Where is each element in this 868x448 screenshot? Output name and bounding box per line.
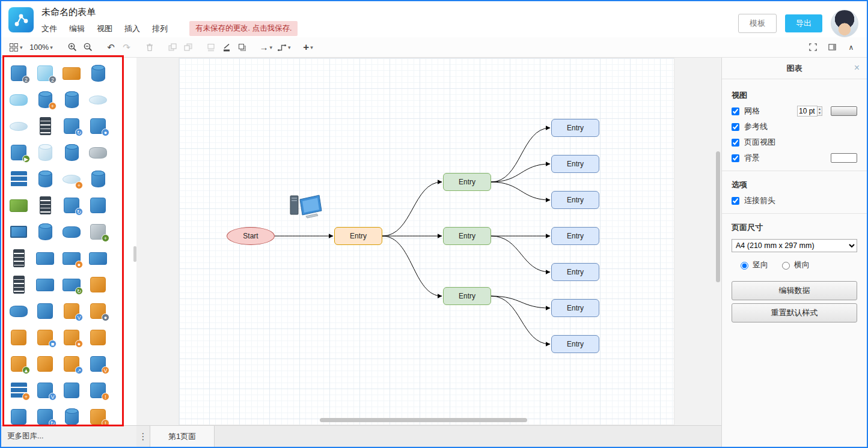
cube-shape-icon[interactable]: ▲: [5, 353, 32, 375]
grid-color-swatch[interactable]: [831, 106, 857, 116]
pages-menu-icon[interactable]: ⋮: [136, 426, 150, 447]
db-shape-icon[interactable]: [32, 168, 58, 190]
server-shape-icon[interactable]: [32, 195, 58, 216]
page-view-checkbox[interactable]: [732, 139, 739, 147]
connection-style-button[interactable]: → ▾: [258, 40, 275, 55]
user-avatar[interactable]: [831, 10, 858, 37]
vertical-scrollbar[interactable]: [716, 151, 720, 282]
cube-shape-icon[interactable]: !: [85, 406, 111, 425]
page-size-select[interactable]: A4 (210 mm x 297 mm): [732, 239, 857, 252]
cube-shape-icon[interactable]: [5, 406, 32, 425]
line-color-button[interactable]: [219, 40, 234, 55]
db-shape-icon[interactable]: [85, 62, 111, 84]
diagram-node-b3[interactable]: Entry: [551, 191, 599, 209]
insert-button[interactable]: + ▾: [301, 40, 316, 55]
portrait-option[interactable]: 竖向: [738, 259, 768, 270]
guides-checkbox[interactable]: [732, 123, 739, 131]
format-panel-toggle-button[interactable]: [825, 40, 839, 55]
fullscreen-button[interactable]: [805, 40, 820, 55]
server-shape-icon[interactable]: [5, 247, 32, 269]
disk-shape-icon[interactable]: [5, 300, 32, 322]
cube-shape-icon[interactable]: +: [85, 221, 111, 243]
horizontal-scrollbar[interactable]: [320, 418, 527, 422]
page-tab[interactable]: 第1页面: [150, 426, 215, 447]
card-shape-icon[interactable]: ●: [58, 247, 85, 269]
db-shape-icon[interactable]: [58, 406, 85, 425]
edge-g3-b7[interactable]: [491, 296, 550, 344]
server-shape-icon[interactable]: [32, 115, 58, 137]
workstation-icon[interactable]: [288, 191, 323, 222]
app-logo-icon[interactable]: [8, 7, 34, 32]
edge-g1-b1[interactable]: [491, 128, 550, 182]
db-shape-icon[interactable]: [58, 142, 85, 163]
diagram-canvas[interactable]: StartEntryEntryEntryEntryEntryEntryEntry…: [136, 58, 721, 425]
unsaved-changes-notice[interactable]: 有未保存的更改. 点击我保存.: [189, 21, 298, 36]
disk-shape-icon[interactable]: [58, 221, 85, 243]
menu-item[interactable]: 插入: [124, 23, 140, 34]
db-shape-icon[interactable]: [32, 142, 58, 163]
disk-shape-icon[interactable]: [5, 89, 32, 110]
export-button[interactable]: 导出: [785, 14, 822, 32]
cube-shape-icon[interactable]: [58, 380, 85, 401]
diagram-node-start[interactable]: Start: [227, 227, 275, 245]
cube-shape-icon[interactable]: [32, 353, 58, 375]
menu-item[interactable]: 编辑: [69, 23, 85, 34]
card-shape-icon[interactable]: [32, 274, 58, 295]
grid-checkbox[interactable]: [732, 107, 739, 115]
redo-button[interactable]: ↷: [120, 40, 134, 55]
card-shape-icon[interactable]: [32, 247, 58, 269]
cyl-shape-icon[interactable]: [5, 115, 32, 137]
card-shape-icon[interactable]: ↻: [58, 274, 85, 295]
cube-shape-icon[interactable]: ▶: [5, 142, 32, 163]
edges-svg[interactable]: [136, 58, 721, 425]
landscape-option[interactable]: 横向: [779, 259, 810, 270]
menu-item[interactable]: 文件: [41, 23, 57, 34]
cube-shape-icon[interactable]: ●: [58, 327, 85, 348]
db-shape-icon[interactable]: [85, 168, 111, 190]
edge-e0-g1[interactable]: [382, 182, 442, 236]
card-shape-icon[interactable]: [5, 195, 32, 216]
cube-shape-icon[interactable]: ↻: [32, 406, 58, 425]
server-shape-icon[interactable]: [5, 274, 32, 295]
edge-e0-g3[interactable]: [382, 236, 442, 296]
edge-g2-b5[interactable]: [491, 236, 550, 272]
cube-shape-icon[interactable]: 2: [32, 62, 58, 84]
cube-shape-icon[interactable]: [5, 327, 32, 348]
diagram-node-g2[interactable]: Entry: [443, 227, 491, 245]
template-button[interactable]: 模板: [738, 14, 777, 33]
zoom-select[interactable]: 100% ▾: [26, 40, 57, 55]
to-back-button[interactable]: [181, 40, 195, 55]
cube-shape-icon[interactable]: ●: [85, 115, 111, 137]
stepper-down-icon[interactable]: ▾: [818, 111, 822, 115]
stack-shape-icon[interactable]: +: [5, 380, 32, 401]
shadow-button[interactable]: [235, 40, 249, 55]
cube-shape-icon[interactable]: [85, 274, 111, 295]
background-color-swatch[interactable]: [831, 153, 857, 163]
diagram-node-g3[interactable]: Entry: [443, 287, 491, 305]
cube-shape-icon[interactable]: ■: [32, 327, 58, 348]
diagram-node-b1[interactable]: Entry: [551, 119, 599, 137]
delete-button[interactable]: [142, 40, 157, 55]
monitor-shape-icon[interactable]: [5, 221, 32, 243]
zoom-out-button[interactable]: [81, 40, 96, 55]
cube-shape-icon[interactable]: [85, 327, 111, 348]
stack-shape-icon[interactable]: [5, 168, 32, 190]
disk-shape-icon[interactable]: [85, 142, 111, 163]
cube-shape-icon[interactable]: !: [85, 380, 111, 401]
cube-shape-icon[interactable]: 2: [5, 62, 32, 84]
background-checkbox[interactable]: [732, 154, 739, 162]
portrait-radio[interactable]: [741, 262, 748, 270]
diagram-node-b5[interactable]: Entry: [551, 263, 599, 281]
undo-button[interactable]: ↶: [104, 40, 118, 55]
cube-shape-icon[interactable]: V: [85, 353, 111, 375]
collapse-toolbar-button[interactable]: ∧: [844, 40, 858, 55]
db-shape-icon[interactable]: [58, 89, 85, 110]
document-title[interactable]: 未命名的表单: [41, 7, 298, 18]
cube-shape-icon[interactable]: ●: [85, 300, 111, 322]
card-shape-icon[interactable]: [85, 247, 111, 269]
reset-style-button[interactable]: 重置默认样式: [732, 303, 857, 322]
menu-item[interactable]: 视图: [97, 23, 112, 34]
to-front-button[interactable]: [165, 40, 180, 55]
diagram-node-e0[interactable]: Entry: [334, 227, 382, 245]
menu-item[interactable]: 排列: [152, 23, 168, 34]
